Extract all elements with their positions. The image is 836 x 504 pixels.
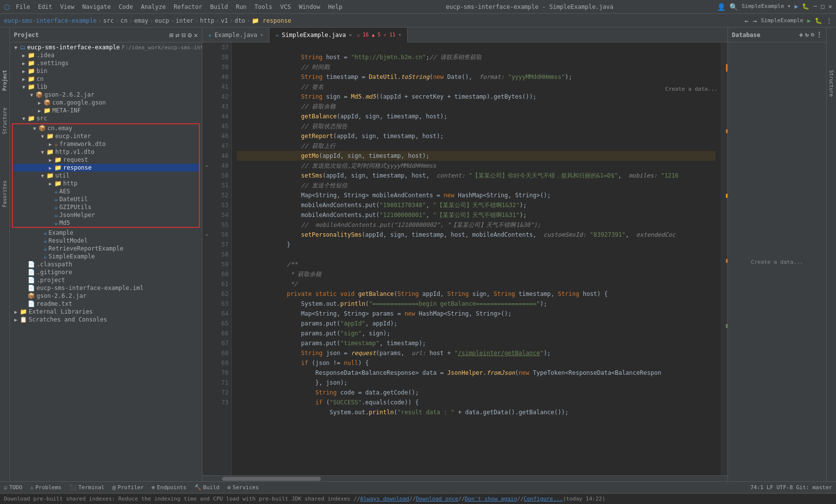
breadcrumb-cn[interactable]: cn [120,17,127,24]
breadcrumb-v1[interactable]: v1 [221,17,228,24]
tree-item-meta-inf[interactable]: ▶ 📁 META-INF [10,107,202,114]
menu-navigate[interactable]: Navigate [82,3,111,10]
tree-item-cn-emay[interactable]: ▼ 📦 cn.emay [13,124,199,132]
menu-run[interactable]: Run [236,3,247,10]
tree-item-src[interactable]: ▼ 📁 src [10,114,202,122]
close-sidebar-btn[interactable]: ✕ [194,31,198,39]
scrollbar-right[interactable]: Create a data... [721,42,727,475]
tree-item-http-v1-dto[interactable]: ▼ 📁 http.v1.dto [13,148,199,156]
tree-item-gson-root[interactable]: 📦 gson-2.6.2.jar [10,292,202,300]
breadcrumb-dto[interactable]: dto [234,17,245,24]
menu-file[interactable]: File [16,3,30,10]
tree-item-request[interactable]: ▶ 📁 request [13,156,199,164]
maximize-icon[interactable]: □ [821,3,825,11]
tree-item-external-libs[interactable]: ▶ 📁 External Libraries [10,308,202,316]
menu-edit[interactable]: Edit [38,3,52,10]
tree-item-response[interactable]: ▶ 📁 response [13,164,199,172]
tree-item-retrievereport[interactable]: ☕ RetrieveReportExample [10,245,202,252]
menu-tools[interactable]: Tools [255,3,272,10]
close-tab-simple[interactable]: ✕ [349,32,352,37]
create-data-label[interactable]: Create a data... [665,86,718,92]
settings-btn[interactable]: ⚙ [188,31,191,39]
menu-refactor[interactable]: Refactor [174,3,202,10]
scroll-from-source-btn[interactable]: ⇄ [175,31,179,39]
status-build[interactable]: 🔨 Build [194,484,220,491]
tree-item-example[interactable]: ☕ Example [10,229,202,237]
breadcrumb-eucp[interactable]: eucp [155,17,169,24]
tree-item-lib[interactable]: ▼ 📁 lib [10,83,202,91]
nav-debug-btn[interactable]: 🐛 [815,17,822,24]
tree-item-scratches[interactable]: ▶ 📋 Scratches and Consoles [10,316,202,324]
tree-item-md5[interactable]: ☕ Md5 [13,219,199,227]
close-tab-example[interactable]: ✕ [260,32,263,37]
collapse-btn[interactable]: ⊟ [182,31,186,39]
scope-btn[interactable]: ⊞ [169,31,173,39]
db-more-btn[interactable]: ⋮ [816,31,822,39]
menu-bar[interactable]: File Edit View Navigate Code Analyze Ref… [16,3,342,10]
horizontal-scrollbar[interactable] [202,475,727,481]
menu-vcs[interactable]: VCS [280,3,291,10]
status-profiler[interactable]: @ Profiler [113,484,144,491]
breadcrumb-http[interactable]: http [200,17,214,24]
run-icon[interactable]: ▶ [795,3,798,11]
tree-item-project[interactable]: 📄 .project [10,276,202,284]
code-area[interactable]: String host = "http://bjmtn.b2m.cn";// 请… [232,42,721,475]
tree-item-idea[interactable]: ▶ 📁 .idea [10,51,202,59]
debug-icon[interactable]: 🐛 [802,3,809,11]
tab-simpleexample[interactable]: ☕ SimpleExample.java ✕ ⚠ 16 ▲ 5 ✓ 11 ▾ [269,28,408,42]
status-terminal[interactable]: ⬛ Terminal [70,484,105,491]
tree-item-simpleexample[interactable]: ☕ SimpleExample [10,252,202,260]
settings-dropdown[interactable]: SimpleExample ▾ [742,3,791,11]
breadcrumb-inter[interactable]: inter [176,17,193,24]
tree-item-dateutil[interactable]: ☕ DateUtil [13,195,199,203]
menu-window[interactable]: Window [299,3,320,10]
status-endpoints[interactable]: ⊕ Endpoints [152,484,186,491]
tree-item-bin[interactable]: ▶ 📁 bin [10,67,202,75]
breadcrumb-response[interactable]: 📁 response [252,17,291,24]
nav-forward[interactable]: → [753,17,757,25]
db-add-btn[interactable]: + [799,31,803,39]
tree-item-root[interactable]: ▼ 🗂 eucp-sms-interface-example F:/idea_w… [10,43,202,51]
notif-configure[interactable]: Configure... [524,496,563,502]
status-services[interactable]: ⚙ Services [228,484,259,491]
tree-item-resultmodel[interactable]: ☕ ResultModel [10,237,202,245]
tree-item-cn[interactable]: ▶ 📁 cn [10,75,202,83]
structure-right-tab[interactable]: Structure [828,67,835,100]
user-icon[interactable]: 👤 [717,3,725,11]
close-icon[interactable]: ✕ [829,3,832,11]
breadcrumb-emay[interactable]: emay [134,17,149,24]
menu-analyze[interactable]: Analyze [141,3,166,10]
tree-item-readme[interactable]: 📄 readme.txt [10,300,202,308]
tree-item-com-google[interactable]: ▶ 📦 com.google.gson [10,99,202,107]
nav-more[interactable]: ⋮ [826,17,832,24]
search-icon[interactable]: 🔍 [729,3,738,11]
nav-run-btn[interactable]: ▶ [807,17,811,24]
menu-code[interactable]: Code [119,3,133,10]
menu-view[interactable]: View [60,3,75,10]
status-problems[interactable]: ⚠ Problems [30,484,62,491]
tree-item-settings[interactable]: ▶ 📁 .settings [10,59,202,67]
menu-build[interactable]: Build [210,3,228,10]
breadcrumb-src[interactable]: src [103,17,114,24]
h-scrollbar-thumb[interactable] [222,477,321,481]
notif-always-download[interactable]: Always download [360,496,409,502]
tree-item-framework-dto[interactable]: ▶ ☕ framework.dto [13,140,199,148]
nav-back[interactable]: ← [745,17,749,25]
tree-item-http-util[interactable]: ▶ 📁 http [13,180,199,187]
tree-item-gziputils[interactable]: ☕ GZIPUtils [13,203,199,211]
structure-tab-left[interactable]: Structure [1,105,8,137]
tree-item-gson-jar[interactable]: ▼ 📦 gson-2.6.2.jar [10,91,202,99]
menu-help[interactable]: Help [328,3,342,10]
favorites-tab[interactable]: Favorites [1,178,8,210]
status-todo[interactable]: ☑ TODO [4,484,22,491]
create-datasource-link[interactable]: Create a data... [751,259,803,265]
notif-download-once[interactable]: Download once [416,496,458,502]
breadcrumb-project[interactable]: eucp-sms-interface-example [4,17,97,24]
tree-item-classpath[interactable]: 📄 .classpath [10,260,202,268]
nav-run-config[interactable]: SimpleExample [761,17,803,24]
db-refresh-btn[interactable]: ↻ [805,31,809,39]
project-tab[interactable]: Project [1,67,8,94]
minimize-icon[interactable]: ─ [813,3,817,11]
db-settings-btn[interactable]: ⚙ [811,31,814,39]
tree-item-gitignore[interactable]: 📄 .gitignore [10,268,202,276]
